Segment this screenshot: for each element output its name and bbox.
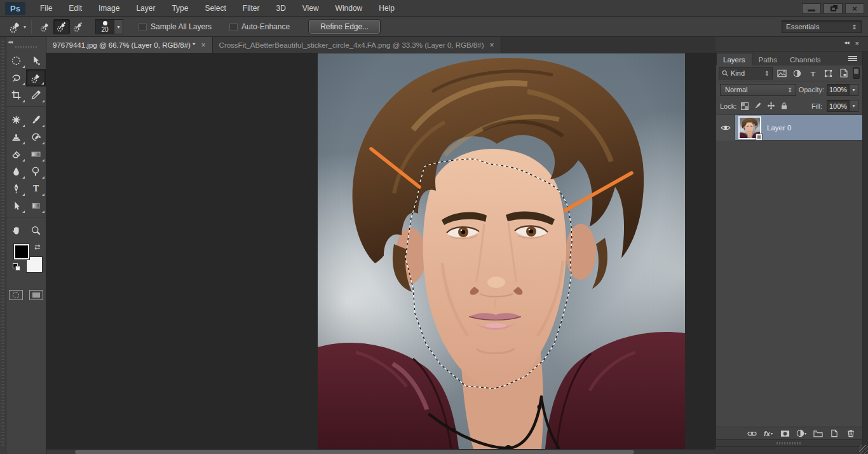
panel-menu-icon[interactable] (848, 55, 858, 62)
menu-select[interactable]: Select (196, 0, 234, 17)
window-resize-grip[interactable] (859, 445, 868, 454)
toolbox-collapse-icon[interactable]: ◀◀ (8, 39, 12, 44)
menu-help[interactable]: Help (370, 0, 403, 17)
tool-dodge[interactable] (26, 163, 46, 180)
menu-layer[interactable]: Layer (128, 0, 163, 17)
tab-layers[interactable]: Layers (716, 53, 752, 65)
tool-pen[interactable] (6, 180, 26, 197)
new-selection-mode-button[interactable] (37, 19, 53, 34)
link-layers-icon[interactable] (745, 429, 758, 439)
lock-transparency-icon[interactable] (741, 102, 749, 110)
lock-pixels-icon[interactable] (754, 102, 762, 110)
tool-lasso[interactable] (6, 69, 26, 86)
tool-crop[interactable] (6, 86, 26, 104)
tool-eyedropper[interactable] (26, 86, 46, 104)
menu-filter[interactable]: Filter (234, 0, 268, 17)
type-letter: T (33, 184, 39, 193)
blend-mode-select[interactable]: Normal ⇕ (720, 84, 796, 96)
layer-styles-icon[interactable]: fx▾ (762, 429, 775, 439)
pixel-layer-filter-icon[interactable] (776, 67, 788, 79)
opacity-dropdown-arrow[interactable]: ▾ (850, 84, 858, 96)
filter-kind-select[interactable]: Kind ⇕ (719, 67, 773, 79)
subtract-from-selection-mode-button[interactable] (70, 19, 86, 34)
tool-eraser[interactable] (6, 146, 26, 163)
menu-3d[interactable]: 3D (268, 0, 294, 17)
fill-dropdown-arrow[interactable]: ▾ (850, 100, 858, 112)
workspace-switcher[interactable]: Essentials ⇕ (782, 20, 862, 33)
add-to-selection-mode-button[interactable] (53, 19, 70, 34)
tool-blur[interactable] (6, 163, 26, 180)
delete-layer-icon[interactable] (844, 429, 857, 439)
filter-kind-label: Kind (731, 69, 762, 77)
default-colors-icon[interactable] (13, 263, 21, 272)
tool-clone-stamp[interactable] (6, 128, 26, 146)
tab2-close-icon[interactable]: × (490, 41, 494, 50)
tab-paths[interactable]: Paths (752, 53, 783, 65)
layer-visibility-cell[interactable] (716, 115, 735, 141)
brush-size-picker[interactable]: 20 ▾ (95, 19, 123, 34)
auto-enhance-checkbox[interactable] (229, 23, 238, 31)
lock-position-icon[interactable] (767, 102, 775, 110)
document-tab-2[interactable]: CrossFit_ABetterBeautiful_sticker_circle… (213, 37, 501, 53)
eye-icon (721, 124, 731, 132)
canvas-image[interactable] (318, 53, 685, 449)
menu-window[interactable]: Window (327, 0, 371, 17)
sample-all-layers-checkbox[interactable] (139, 23, 147, 31)
minimize-button[interactable] (802, 3, 821, 14)
toolbox-dock-edge[interactable] (0, 37, 6, 454)
tool-hand[interactable] (6, 222, 26, 239)
menu-type[interactable]: Type (163, 0, 196, 17)
tool-elliptical-marquee[interactable] (6, 52, 26, 69)
tool-gradient[interactable] (26, 146, 46, 163)
shape-layer-filter-icon[interactable] (822, 67, 834, 79)
lock-all-icon[interactable] (780, 102, 788, 110)
tool-brush[interactable] (26, 111, 46, 128)
tool-preset-picker[interactable]: ▾ (9, 20, 26, 33)
horizontal-scrollbar-thumb[interactable] (75, 450, 634, 454)
close-button[interactable]: × (845, 3, 864, 14)
panel-grip-dots (776, 442, 802, 444)
type-layer-filter-icon[interactable]: T (807, 67, 819, 79)
menu-view[interactable]: View (294, 0, 327, 17)
layer-name[interactable]: Layer 0 (767, 124, 791, 132)
menu-image[interactable]: Image (90, 0, 128, 17)
new-group-icon[interactable] (811, 429, 824, 439)
filter-toggle-switch[interactable] (853, 67, 860, 79)
adjustment-layer-filter-icon[interactable] (791, 67, 803, 79)
tool-zoom[interactable] (26, 222, 46, 239)
new-adjustment-layer-icon[interactable]: ▾ (795, 429, 808, 439)
new-layer-icon[interactable] (828, 429, 841, 439)
dock-close-icon[interactable]: × (855, 40, 859, 46)
tool-history-brush[interactable] (26, 128, 46, 146)
fill-value[interactable]: 100% (827, 100, 850, 112)
smart-object-filter-icon[interactable] (837, 67, 850, 79)
horizontal-scrollbar[interactable] (46, 449, 715, 454)
opacity-value[interactable]: 100% (827, 84, 850, 96)
separator (31, 20, 32, 34)
tab-channels[interactable]: Channels (783, 53, 827, 65)
toolbox-grip[interactable] (15, 46, 37, 48)
panel-resize-strip[interactable] (716, 439, 862, 446)
foreground-color-swatch[interactable] (14, 244, 29, 259)
layer-thumbnail[interactable] (738, 116, 761, 139)
quick-mask-button[interactable] (9, 290, 23, 300)
swap-colors-icon[interactable]: ⇄ (34, 243, 40, 251)
tab1-close-icon[interactable]: × (201, 41, 206, 50)
brush-dropdown-arrow[interactable]: ▾ (114, 19, 123, 34)
canvas-pasteboard[interactable] (46, 53, 715, 449)
document-tab-1[interactable]: 97679441.jpg @ 66.7% (Layer 0, RGB/8#) *… (46, 37, 213, 53)
tool-type[interactable]: T (26, 180, 46, 197)
restore-button[interactable] (824, 3, 843, 14)
tool-quick-selection[interactable] (26, 69, 46, 86)
menu-edit[interactable]: Edit (60, 0, 90, 17)
tool-rectangle-shape[interactable] (26, 197, 46, 214)
refine-edge-button[interactable]: Refine Edge... (309, 20, 380, 34)
layer-row-layer0[interactable]: Layer 0 (716, 115, 862, 141)
menu-file[interactable]: File (32, 0, 60, 17)
screen-mode-button[interactable] (29, 290, 43, 300)
tool-move[interactable] (26, 52, 46, 69)
tool-path-selection[interactable] (6, 197, 26, 214)
tool-healing-brush[interactable] (6, 111, 26, 128)
add-layer-mask-icon[interactable] (778, 429, 791, 439)
dock-collapse-icon[interactable]: ◀◀ (844, 40, 848, 46)
